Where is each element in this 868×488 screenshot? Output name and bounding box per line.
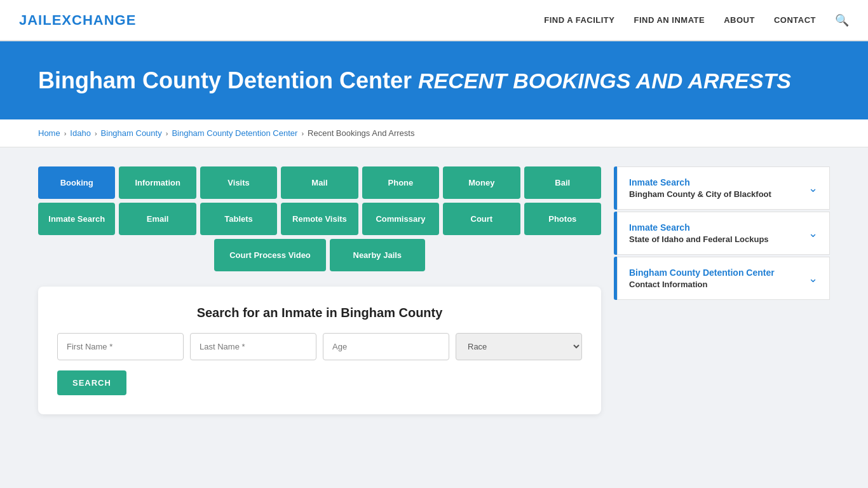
sidebar-item-contact[interactable]: Bingham County Detention Center Contact … [617, 257, 830, 300]
navbar-links: FIND A FACILITY FIND AN INMATE ABOUT CON… [544, 13, 849, 27]
chevron-down-icon-3: ⌄ [808, 271, 818, 285]
right-sidebar: Inmate Search Bingham County & City of B… [614, 166, 830, 414]
sidebar-item-wrapper-2: Inmate Search State of Idaho and Federal… [614, 212, 830, 255]
nav-find-inmate[interactable]: FIND AN INMATE [634, 15, 705, 25]
breadcrumb-bcdc[interactable]: Bingham County Detention Center [172, 128, 297, 138]
sidebar-item-inmate-state[interactable]: Inmate Search State of Idaho and Federal… [617, 212, 830, 255]
tab-tablets[interactable]: Tablets [200, 203, 277, 235]
hero-section: Bingham County Detention Center RECENT B… [0, 41, 868, 119]
breadcrumb-sep-3: › [166, 130, 168, 137]
breadcrumb: Home › Idaho › Bingham County › Bingham … [0, 119, 868, 147]
tab-remote-visits[interactable]: Remote Visits [281, 203, 358, 235]
first-name-input[interactable] [57, 333, 184, 360]
inmate-search-form: Search for an Inmate in Bingham County R… [38, 287, 601, 414]
tab-visits[interactable]: Visits [200, 166, 277, 199]
sidebar-item-title-1: Inmate Search [629, 177, 771, 187]
logo-jail: JAIL [19, 12, 52, 28]
nav-about[interactable]: ABOUT [724, 15, 755, 25]
breadcrumb-current: Recent Bookings And Arrests [308, 128, 414, 138]
breadcrumb-sep-1: › [64, 130, 67, 137]
hero-title-main: Bingham County Detention Center [38, 67, 412, 93]
tab-nearby-jails[interactable]: Nearby Jails [330, 239, 425, 271]
tab-email[interactable]: Email [119, 203, 196, 235]
sidebar-item-title-3: Bingham County Detention Center [629, 268, 775, 278]
sidebar-item-subtitle-3: Contact Information [629, 280, 775, 289]
last-name-input[interactable] [190, 333, 316, 360]
hero-title-emphasis: RECENT BOOKINGS AND ARRESTS [418, 69, 791, 93]
breadcrumb-bingham-county[interactable]: Bingham County [101, 128, 162, 138]
tab-row-1: Booking Information Visits Mail Phone Mo… [38, 166, 601, 199]
age-input[interactable] [323, 333, 449, 360]
tab-row-3: Court Process Video Nearby Jails [38, 239, 601, 271]
tab-information[interactable]: Information [119, 166, 196, 199]
nav-contact[interactable]: CONTACT [774, 15, 816, 25]
tab-row-2: Inmate Search Email Tablets Remote Visit… [38, 203, 601, 235]
navbar: JAILEXCHANGE FIND A FACILITY FIND AN INM… [0, 0, 868, 41]
breadcrumb-home[interactable]: Home [38, 128, 60, 138]
search-icon-button[interactable]: 🔍 [835, 13, 849, 27]
sidebar-item-subtitle-2: State of Idaho and Federal Lockups [629, 234, 769, 244]
chevron-down-icon-1: ⌄ [808, 181, 818, 195]
tab-court[interactable]: Court [443, 203, 520, 235]
sidebar-item-text-1: Inmate Search Bingham County & City of B… [629, 177, 771, 199]
breadcrumb-sep-4: › [301, 130, 304, 137]
tab-mail[interactable]: Mail [281, 166, 358, 199]
tab-inmate-search[interactable]: Inmate Search [38, 203, 115, 235]
tab-booking[interactable]: Booking [38, 166, 115, 199]
race-select[interactable]: Race [456, 333, 582, 360]
search-button[interactable]: SEARCH [57, 370, 126, 395]
sidebar-section: Inmate Search Bingham County & City of B… [614, 166, 830, 300]
search-form-title: Search for an Inmate in Bingham County [57, 306, 582, 320]
tab-money[interactable]: Money [443, 166, 520, 199]
sidebar-item-subtitle-1: Bingham County & City of Blackfoot [629, 189, 771, 199]
sidebar-item-text-2: Inmate Search State of Idaho and Federal… [629, 222, 769, 244]
breadcrumb-idaho[interactable]: Idaho [70, 128, 91, 138]
logo[interactable]: JAILEXCHANGE [19, 12, 136, 29]
search-fields: Race [57, 333, 582, 360]
breadcrumb-sep-2: › [95, 130, 97, 137]
left-column: Booking Information Visits Mail Phone Mo… [38, 166, 601, 414]
chevron-down-icon-2: ⌄ [808, 226, 818, 240]
sidebar-item-wrapper-1: Inmate Search Bingham County & City of B… [614, 166, 830, 210]
sidebar-item-text-3: Bingham County Detention Center Contact … [629, 268, 775, 289]
logo-exchange: EXCHANGE [52, 12, 137, 28]
nav-find-facility[interactable]: FIND A FACILITY [544, 15, 614, 25]
tab-bail[interactable]: Bail [524, 166, 601, 199]
tab-commissary[interactable]: Commissary [362, 203, 439, 235]
page-title: Bingham County Detention Center RECENT B… [38, 67, 830, 94]
sidebar-item-title-2: Inmate Search [629, 222, 769, 233]
tab-court-process-video[interactable]: Court Process Video [214, 239, 326, 271]
tab-phone[interactable]: Phone [362, 166, 439, 199]
main-content: Booking Information Visits Mail Phone Mo… [0, 147, 868, 433]
sidebar-item-inmate-bingham[interactable]: Inmate Search Bingham County & City of B… [617, 166, 830, 210]
tab-photos[interactable]: Photos [524, 203, 601, 235]
sidebar-item-wrapper-3: Bingham County Detention Center Contact … [614, 257, 830, 300]
